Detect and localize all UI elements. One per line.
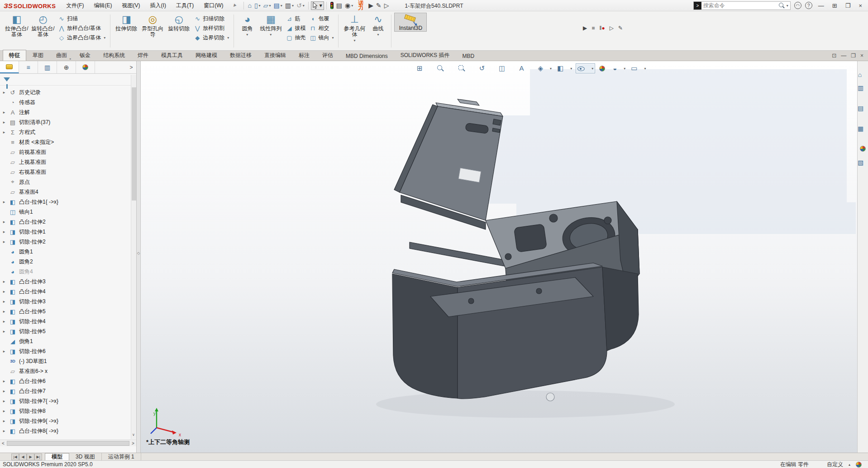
tree-item[interactable]: ▸ ◧ 凸台-拉伸1{ ->x} [0,197,131,207]
scrollbar-thumb[interactable] [7,441,129,446]
menu-item[interactable]: 编辑(E) [90,0,116,11]
headsup-button-section-view[interactable]: ◫ ▾ [497,63,515,73]
tree-item[interactable]: ▸ ◧ 凸台-拉伸5 [0,306,131,316]
extruded-cut-button[interactable]: ◨ 拉伸切除 [113,13,139,32]
scrollbar-thumb[interactable] [132,87,136,201]
wrap-button[interactable]: ◖包覆 [307,14,335,24]
restore-button[interactable]: ❐ [843,2,853,9]
mirror-button[interactable]: ◫镜向▾ [307,33,335,43]
headsup-button-apply-scene[interactable]: ◒ ▾ [611,63,627,73]
tree-item[interactable]: ▸ ◕ 圆角4 [0,267,131,277]
noli-brand-button[interactable]: 诺力 [354,0,367,11]
command-search[interactable]: > 搜索命令 ▾ [693,1,791,10]
options-list-button[interactable]: ▤ [335,1,343,10]
command-tab[interactable]: 直接编辑 [258,50,292,61]
headsup-button-viewport-selector[interactable]: ⊞ ▾ [415,63,433,73]
headsup-button-hide-show-items[interactable]: ▾ [576,63,595,73]
filter-icon[interactable] [4,77,10,81]
command-tab[interactable]: 网格建模 [189,50,224,61]
curves-button[interactable]: ∿ 曲线 ▾ [367,13,388,36]
doc-close-icon[interactable]: × [860,53,863,59]
interference-check-button[interactable] [329,1,335,10]
tree-item[interactable]: ▸ ◧ 凸台-拉伸6 [0,376,131,386]
command-tab[interactable]: 评估 [316,50,339,61]
tab-nav-button[interactable]: ▶ [27,454,34,460]
taskpane-button-custom-properties[interactable]: ▧ [858,159,868,173]
menu-item[interactable]: 工具(T) [172,0,198,11]
tree-item[interactable]: ▸ ⌖ 原点 [0,177,131,187]
command-tab[interactable]: 数据迁移 [224,50,258,61]
macro-edit-button[interactable]: ✎ [618,25,623,31]
menu-item[interactable]: 窗口(W) [200,0,227,11]
close-button[interactable]: × [856,2,864,9]
web-status-icon[interactable] [856,462,862,468]
panel-splitter[interactable]: ◇ [137,61,141,453]
tree-item[interactable]: ▸ ≡ 材质 <未指定> [0,137,131,147]
tree-item[interactable]: ▸ ▱ 基准面6-> x [0,366,131,376]
macro-open-button[interactable]: ▷ [610,25,614,31]
tree-item[interactable]: ▸ ◨ 切除-拉伸9{ ->x} [0,416,131,426]
sweep-button[interactable]: ∿扫描 [56,14,107,24]
macro-record-button[interactable]: ‖● [599,25,605,31]
command-tab[interactable]: 焊件 [131,50,155,61]
scroll-left-arrow[interactable]: < [0,441,6,446]
help-icon[interactable]: ? [805,2,812,9]
command-tab[interactable]: 模具工具 [155,50,189,61]
instant3d-button[interactable]: Instant3D [394,13,427,32]
tree-item[interactable]: ▸ ◔ 传感器 [0,97,131,107]
tab-featuremanager[interactable] [0,61,19,73]
command-tab[interactable]: 特征 [3,50,26,61]
select-tool-button[interactable]: ▾ [311,1,324,10]
panel-expand-arrow[interactable]: > [126,61,136,73]
customize-arrow-icon[interactable]: ▴ [849,463,850,467]
tree-item[interactable]: ▸ ▱ 基准面4 [0,187,131,197]
boundary-boss-button[interactable]: ◇边界凸台/基体▾ [56,33,107,43]
command-tab[interactable]: MBD [456,51,481,61]
tree-item[interactable]: ▸ ◨ 切除-拉伸3 [0,296,131,306]
headsup-button-display-style[interactable]: ◧ ▾ [555,63,574,73]
user-account-icon[interactable]: ◠ [794,2,801,9]
tree-item[interactable]: ▸ ▤ 切割清单(37) [0,117,131,127]
panel-collapse-handle[interactable]: ● [67,57,73,61]
tree-item[interactable]: ▸ ◨ 切除-拉伸4 [0,316,131,326]
headsup-button-zoom-fit[interactable]: ▾ [435,63,454,73]
tree-item[interactable]: ▸ ◨ 切除-拉伸2 [0,237,131,247]
new-document-button[interactable]: ▯▾ [253,1,262,10]
intersect-button[interactable]: ⊓相交 [307,24,335,33]
command-tab[interactable]: 标注 [292,50,316,61]
open-button[interactable]: ▱▾ [262,1,272,10]
headsup-button-dynamic-annotation[interactable]: A ▾ [517,63,534,73]
reference-geometry-button[interactable]: ⊥ 参考几何体 ▾ [341,13,367,42]
tree-item[interactable]: ▸ ◨ 切除-拉伸1 [0,227,131,237]
headsup-button-view-orientation[interactable]: ◈ ▾ [536,63,553,73]
rib-button[interactable]: ⊿筋 [284,14,307,24]
customize-label[interactable]: 自定义 [827,461,843,468]
doc-restore-icon[interactable]: ❐ [851,53,856,59]
shell-button[interactable]: ▢抽壳 [284,33,307,43]
menu-item[interactable]: 视图(V) [118,0,144,11]
document-tab[interactable]: 运动算例 1 [102,453,141,460]
tab-nav-button[interactable]: ◀ [19,454,27,460]
minimize-button[interactable]: — [816,2,826,9]
tree-item[interactable]: ▸ ◧ 凸台-拉伸8{ ->x} [0,426,131,436]
tree-item[interactable]: ▸ ◕ 圆角2 [0,257,131,267]
pin-icon[interactable]: ▼ [231,2,238,9]
home-button[interactable]: ⌂ [246,1,253,10]
linear-pattern-button[interactable]: ▦ 线性阵列 ▾ [258,13,284,36]
tab-displaymanager[interactable] [76,61,95,73]
tile-button[interactable]: ⊞ [830,2,839,9]
hole-wizard-button[interactable]: ◎ 异型孔向导 [139,13,166,38]
tab-dimxpertmanager[interactable]: ⊕ [57,61,76,73]
tree-item[interactable]: ▸ ◨ 切除-拉伸7{ ->x} [0,396,131,406]
taskpane-button-view-palette[interactable]: ▦ [858,125,868,139]
swept-cut-button[interactable]: ∿扫描切除 [192,14,231,24]
tab-propertymanager[interactable]: ≡ [19,61,38,73]
tree-item[interactable]: ▸ ▱ 右视基准面 [0,167,131,177]
macro-run-button[interactable]: ✎ [375,1,383,10]
command-tab[interactable]: 结构系统 [97,50,131,61]
headsup-button-zoom-area[interactable]: ▾ [456,63,476,73]
lofted-cut-button[interactable]: ⋁放样切割 [192,24,231,33]
options-button[interactable]: ◉▾ [343,1,354,10]
document-tab[interactable]: 3D 视图 [69,453,102,460]
extruded-boss-button[interactable]: ◧ 拉伸凸台/基体 [4,13,30,38]
